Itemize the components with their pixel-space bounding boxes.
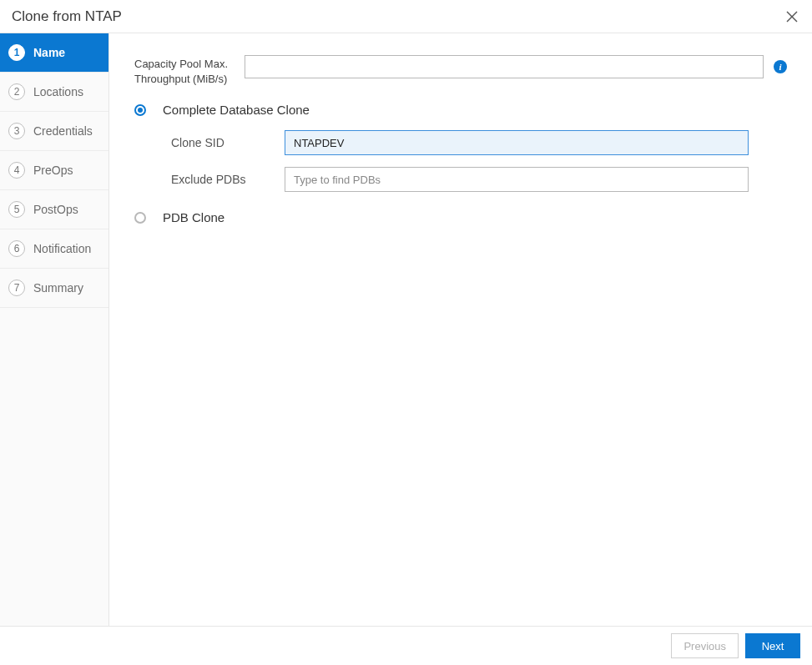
clone-sid-input[interactable] <box>285 130 749 155</box>
footer: Previous Next <box>0 626 812 665</box>
pdb-clone-row: PDB Clone <box>134 210 787 224</box>
step-locations[interactable]: 2 Locations <box>0 73 108 112</box>
step-num: 3 <box>8 123 25 139</box>
step-label: PostOps <box>33 203 78 216</box>
next-button[interactable]: Next <box>745 633 800 658</box>
step-label: Name <box>33 46 65 59</box>
step-postops[interactable]: 5 PostOps <box>0 190 108 229</box>
step-num: 1 <box>8 44 25 61</box>
step-label: PreOps <box>33 164 73 177</box>
step-num: 7 <box>8 280 25 296</box>
clone-sid-label: Clone SID <box>171 136 285 149</box>
exclude-pdbs-row: Exclude PDBs <box>171 167 787 192</box>
step-credentials[interactable]: 3 Credentials <box>0 112 108 151</box>
wizard-sidebar: 1 Name 2 Locations 3 Credentials 4 PreOp… <box>0 33 109 626</box>
exclude-pdbs-input[interactable] <box>285 167 749 192</box>
content-pane: Capacity Pool Max. Throughput (MiB/s) i … <box>109 33 812 626</box>
titlebar: Clone from NTAP <box>0 0 812 33</box>
pdb-clone-label: PDB Clone <box>163 210 224 224</box>
step-num: 2 <box>8 83 25 100</box>
capacity-label: Capacity Pool Max. Throughput (MiB/s) <box>134 55 235 86</box>
step-name[interactable]: 1 Name <box>0 33 108 73</box>
complete-clone-fields: Clone SID Exclude PDBs <box>171 130 787 192</box>
capacity-label-line2: Throughput (MiB/s) <box>134 73 227 85</box>
dialog-title: Clone from NTAP <box>12 8 784 25</box>
complete-clone-radio[interactable] <box>134 104 146 116</box>
previous-button[interactable]: Previous <box>671 633 739 658</box>
step-num: 4 <box>8 162 25 179</box>
main-area: 1 Name 2 Locations 3 Credentials 4 PreOp… <box>0 33 812 626</box>
step-num: 5 <box>8 201 25 218</box>
capacity-label-line1: Capacity Pool Max. <box>134 58 228 70</box>
capacity-input[interactable] <box>245 55 764 78</box>
exclude-pdbs-label: Exclude PDBs <box>171 173 285 186</box>
step-label: Notification <box>33 242 91 255</box>
step-preops[interactable]: 4 PreOps <box>0 151 108 190</box>
complete-clone-row: Complete Database Clone <box>134 103 787 117</box>
clone-sid-row: Clone SID <box>171 130 787 155</box>
pdb-clone-radio[interactable] <box>134 212 146 224</box>
complete-clone-label: Complete Database Clone <box>163 103 310 117</box>
step-label: Locations <box>33 85 83 98</box>
capacity-row: Capacity Pool Max. Throughput (MiB/s) i <box>134 55 787 86</box>
step-label: Summary <box>33 281 83 295</box>
info-icon[interactable]: i <box>774 60 787 73</box>
step-label: Credentials <box>33 124 93 138</box>
step-num: 6 <box>8 240 25 257</box>
step-notification[interactable]: 6 Notification <box>0 229 108 269</box>
step-summary[interactable]: 7 Summary <box>0 269 108 308</box>
close-icon[interactable] <box>784 8 800 25</box>
